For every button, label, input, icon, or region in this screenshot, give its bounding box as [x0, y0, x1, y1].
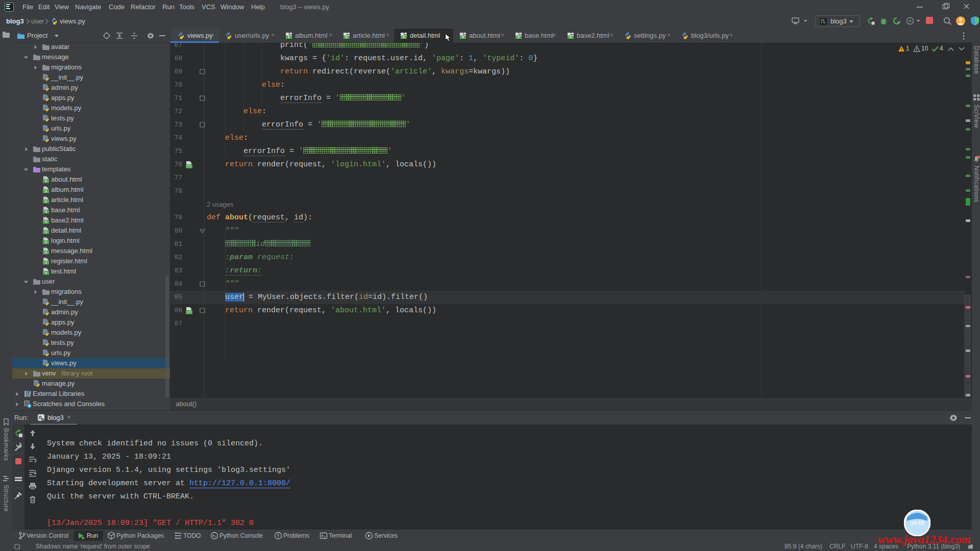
svg-text:5: 5 [45, 220, 46, 223]
svg-text:5: 5 [45, 241, 46, 244]
svg-text:5: 5 [45, 200, 46, 203]
svg-text:04:58: 04:58 [910, 520, 924, 526]
svg-text:5: 5 [45, 271, 46, 274]
svg-text:5: 5 [45, 261, 46, 264]
svg-text:5: 5 [45, 210, 46, 213]
svg-text:5: 5 [45, 190, 46, 193]
svg-text:5: 5 [45, 231, 46, 234]
svg-text:5: 5 [45, 180, 46, 183]
svg-text:5: 5 [45, 251, 46, 254]
